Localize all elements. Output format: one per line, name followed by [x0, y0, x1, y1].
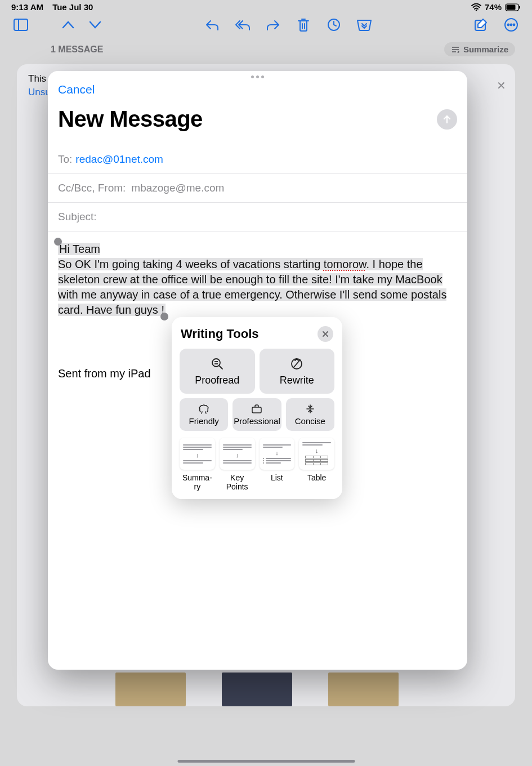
svg-point-11 — [513, 24, 515, 26]
friendly-button[interactable]: Friendly — [180, 398, 228, 431]
svg-rect-4 — [14, 19, 28, 30]
message-count-label: 1 MESSAGE — [51, 44, 103, 55]
cc-from-field[interactable]: Cc/Bcc, From: mbazoge@me.com — [48, 173, 467, 202]
professional-button[interactable]: Professional — [233, 398, 281, 431]
friendly-label: Friendly — [189, 416, 218, 426]
concise-button[interactable]: Concise — [286, 398, 334, 431]
close-popover-button[interactable] — [318, 326, 333, 342]
reply-button[interactable] — [203, 15, 222, 34]
arrow-down-icon: ↓ — [315, 447, 319, 454]
prev-message-button[interactable] — [59, 15, 78, 34]
compose-title: New Message — [58, 106, 203, 132]
remind-later-button[interactable] — [324, 15, 343, 34]
reply-all-button[interactable] — [233, 15, 252, 34]
close-banner-button[interactable]: ✕ — [497, 79, 506, 92]
selection-handle-end[interactable] — [160, 313, 168, 320]
svg-point-0 — [476, 9, 477, 11]
status-bar: 9:13 AM Tue Jul 30 74% — [0, 0, 532, 12]
svg-rect-3 — [519, 6, 520, 8]
concise-label: Concise — [295, 416, 325, 426]
summarize-label: Summarize — [463, 44, 508, 54]
list-label: List — [271, 473, 283, 482]
next-message-button[interactable] — [86, 15, 105, 34]
subject-field[interactable]: Subject: — [48, 202, 467, 231]
delete-button[interactable] — [294, 15, 313, 34]
body-greeting: Hi Team — [59, 243, 100, 255]
cancel-button[interactable]: Cancel — [58, 83, 95, 96]
professional-label: Professional — [234, 416, 280, 426]
proofread-button[interactable]: Proofread — [180, 349, 255, 394]
svg-line-22 — [293, 360, 300, 368]
proofread-label: Proofread — [195, 375, 239, 386]
rewrite-label: Rewrite — [280, 375, 314, 386]
summary-button[interactable]: ↓ Summa- ry — [180, 438, 215, 491]
wifi-icon — [471, 3, 481, 11]
svg-point-9 — [508, 24, 509, 26]
attachment-images — [115, 673, 399, 706]
battery-percent: 74% — [485, 2, 502, 12]
attachment-thumb[interactable] — [328, 673, 399, 706]
svg-rect-2 — [507, 5, 516, 10]
selection-handle-start[interactable] — [54, 238, 62, 246]
arrow-down-icon: ↓ — [275, 449, 279, 456]
writing-tools-popover: Writing Tools Proofread Rewrite Friendly — [172, 317, 342, 499]
body-text-1: So OK I'm going taking 4 weeks of vacati… — [58, 258, 324, 270]
rewrite-button[interactable]: Rewrite — [260, 349, 335, 394]
list-button[interactable]: ↓ List — [260, 438, 295, 491]
cc-label: Cc/Bcc, From: — [58, 182, 126, 194]
battery-icon — [505, 3, 521, 11]
send-button[interactable] — [437, 109, 457, 130]
status-time: 9:13 AM — [11, 2, 43, 12]
keypoints-button[interactable]: ↓ Key Points — [220, 438, 255, 491]
svg-rect-23 — [252, 407, 261, 413]
forward-button[interactable] — [263, 15, 283, 34]
subject-label: Subject: — [58, 211, 97, 223]
summary-label: Summa- ry — [182, 473, 212, 491]
sidebar-toggle-button[interactable] — [11, 15, 30, 34]
arrow-down-icon: ↓ — [196, 452, 199, 458]
home-indicator[interactable] — [177, 760, 355, 763]
compose-button[interactable] — [471, 15, 490, 34]
svg-point-10 — [511, 24, 512, 26]
table-label: Table — [307, 473, 326, 482]
misspelled-word: tomorow — [324, 258, 366, 270]
arrow-down-icon: ↓ — [235, 452, 239, 458]
mail-toolbar — [0, 12, 532, 37]
attachment-thumb[interactable] — [115, 673, 186, 706]
keypoints-label: Key Points — [226, 473, 248, 491]
compose-sheet: Cancel New Message To: redac@01net.com C… — [48, 71, 467, 670]
sheet-grabber[interactable] — [48, 71, 467, 79]
to-value[interactable]: redac@01net.com — [75, 153, 163, 166]
more-options-button[interactable] — [502, 15, 521, 34]
table-button[interactable]: ↓ Table — [299, 438, 334, 491]
to-label: To: — [58, 153, 72, 166]
attachment-thumb[interactable] — [222, 673, 292, 706]
from-value: mbazoge@me.com — [131, 182, 224, 194]
compose-body[interactable]: Hi Team So OK I'm going taking 4 weeks o… — [48, 231, 467, 328]
messages-header: 1 MESSAGE Summarize — [0, 37, 532, 64]
status-date: Tue Jul 30 — [52, 2, 93, 12]
svg-line-20 — [219, 366, 222, 369]
archive-button[interactable] — [355, 15, 374, 34]
writing-tools-title: Writing Tools — [181, 327, 318, 341]
summarize-button[interactable]: Summarize — [444, 42, 515, 56]
to-field[interactable]: To: redac@01net.com — [48, 145, 467, 173]
